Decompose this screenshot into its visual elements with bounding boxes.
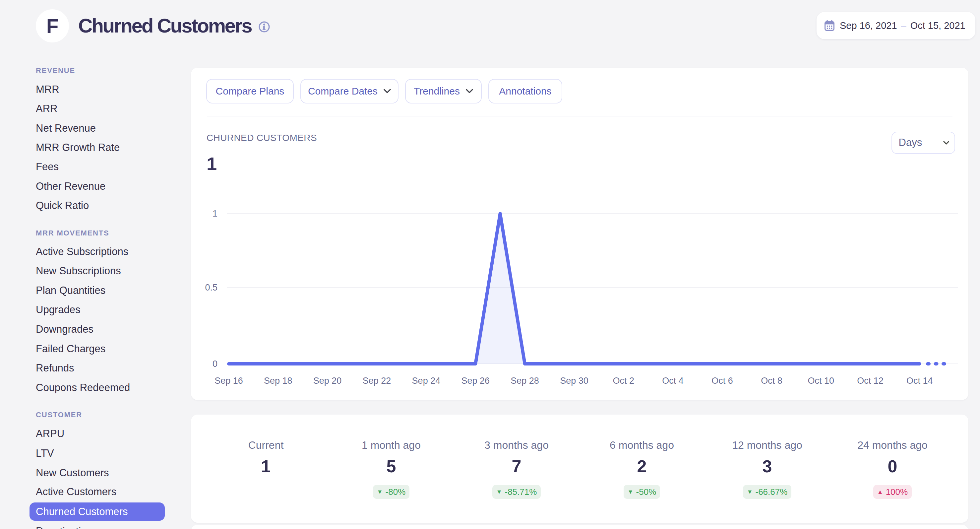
svg-text:Oct 12: Oct 12 — [857, 376, 883, 386]
svg-text:Oct 4: Oct 4 — [662, 376, 684, 386]
svg-text:Oct 14: Oct 14 — [907, 376, 933, 386]
svg-text:Sep 18: Sep 18 — [264, 376, 293, 386]
svg-text:Sep 26: Sep 26 — [461, 376, 490, 386]
svg-text:Oct 8: Oct 8 — [761, 376, 783, 386]
svg-text:Oct 6: Oct 6 — [711, 376, 733, 386]
svg-text:Oct 2: Oct 2 — [613, 376, 635, 386]
svg-text:Sep 16: Sep 16 — [215, 376, 243, 386]
svg-text:Oct 10: Oct 10 — [808, 376, 834, 386]
svg-text:1: 1 — [213, 209, 218, 218]
svg-text:0.5: 0.5 — [205, 282, 218, 293]
svg-text:Sep 28: Sep 28 — [511, 376, 539, 386]
svg-text:Sep 24: Sep 24 — [412, 376, 441, 386]
svg-text:Sep 20: Sep 20 — [313, 376, 342, 386]
svg-text:Sep 22: Sep 22 — [363, 376, 391, 386]
svg-text:Sep 30: Sep 30 — [560, 376, 589, 386]
svg-text:0: 0 — [213, 359, 218, 369]
